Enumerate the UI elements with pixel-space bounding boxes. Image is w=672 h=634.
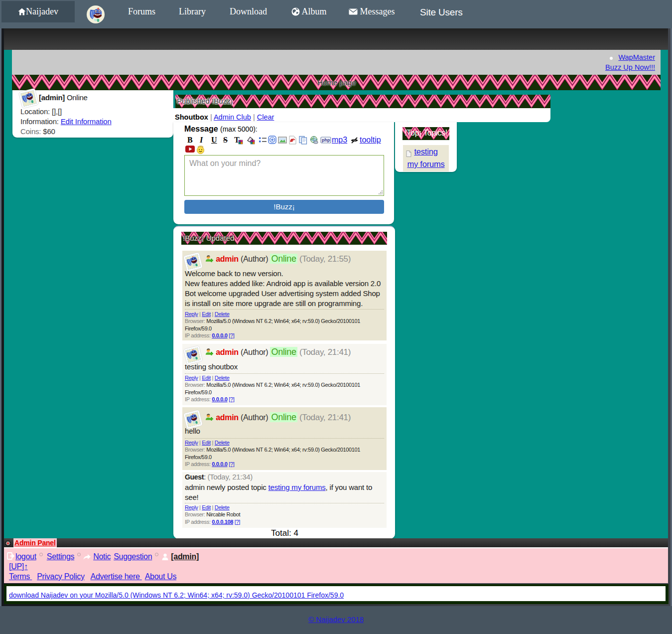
svg-text:php: php (322, 138, 330, 143)
